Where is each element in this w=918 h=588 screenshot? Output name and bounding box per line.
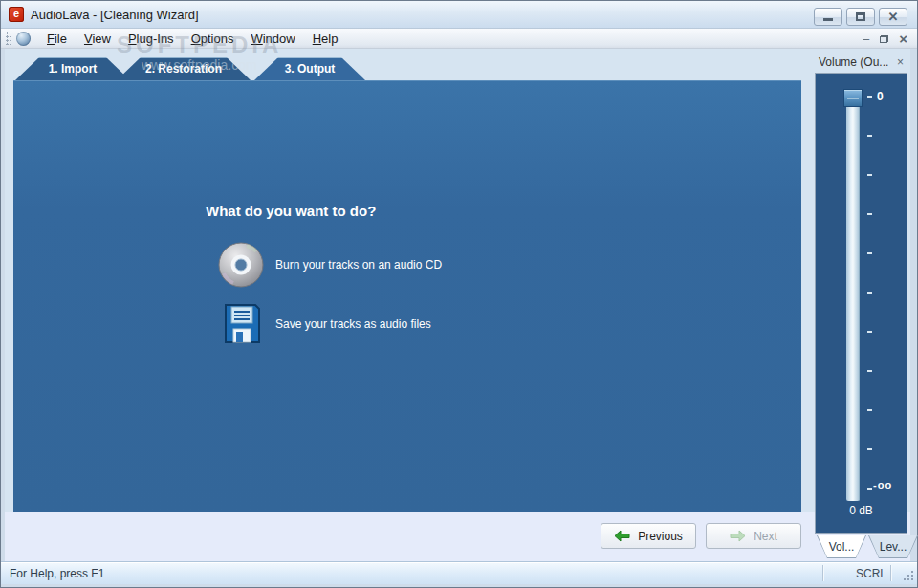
wizard-panel: What do you want to do? [13, 80, 801, 512]
maximize-icon [856, 12, 865, 21]
volume-panel-title-bar: Volume (Ou... × [815, 52, 907, 73]
volume-panel-close-button[interactable]: × [897, 55, 904, 69]
option-save-files[interactable]: Save your tracks as audio files [224, 303, 431, 344]
option-burn-cd-label: Burn your tracks on an audio CD [275, 258, 442, 272]
menu-item-options[interactable]: Options [183, 30, 243, 48]
option-save-files-label: Save your tracks as audio files [275, 317, 431, 331]
minimize-button[interactable] [814, 8, 842, 26]
close-icon: ✕ [888, 11, 899, 23]
previous-button-label: Previous [638, 530, 683, 543]
scroll-lock-indicator: SCRL [856, 567, 886, 580]
arrow-left-icon [614, 530, 630, 542]
menu-item-file[interactable]: File [38, 30, 76, 48]
wizard-heading: What do you want to do? [206, 203, 376, 219]
next-button[interactable]: Next [706, 523, 801, 549]
tab-output-label: 3. Output [285, 62, 336, 76]
tab-import[interactable]: 1. Import [15, 57, 130, 80]
minimize-icon [823, 18, 833, 21]
mdi-close-button[interactable]: × [899, 32, 907, 46]
menu-item-view[interactable]: View [76, 30, 120, 48]
next-button-label: Next [754, 530, 777, 543]
restore-icon [880, 35, 888, 43]
wizard-document-icon [16, 32, 31, 46]
volume-panel-title: Volume (Ou... [819, 55, 888, 69]
menu-item-help[interactable]: Help [304, 30, 347, 48]
close-button[interactable]: ✕ [879, 8, 907, 26]
tab-lev-label: Lev... [880, 540, 907, 554]
mdi-restore-button[interactable] [880, 35, 888, 43]
tab-restoration-label: 2. Restoration [145, 62, 222, 76]
menu-bar: File View Plug-Ins Options Window Help –… [1, 29, 917, 49]
tab-restoration[interactable]: 2. Restoration [117, 57, 251, 80]
resize-grip[interactable] [901, 568, 913, 580]
status-help-text: For Help, press F1 [10, 567, 104, 580]
client-area: 1. Import 2. Restoration 3. Output What … [5, 49, 910, 561]
app-icon: e [9, 7, 24, 22]
volume-slider-track[interactable] [846, 92, 860, 501]
status-separator [890, 565, 891, 581]
menu-item-plug-ins[interactable]: Plug-Ins [120, 30, 183, 48]
arrow-right-icon [730, 530, 746, 542]
tab-vol-label: Vol... [829, 540, 855, 554]
cd-icon [218, 242, 264, 288]
app-window: e AudioLava - [Cleaning Wizard] ✕ File V… [0, 0, 918, 588]
mdi-minimize-button[interactable]: – [863, 33, 870, 45]
status-separator [822, 565, 823, 581]
floppy-icon [224, 303, 260, 344]
previous-button[interactable]: Previous [601, 523, 696, 549]
volume-zero-label: 0 [877, 90, 884, 103]
volume-db-label: 0 dB [816, 504, 907, 517]
status-bar: For Help, press F1 SCRL [1, 561, 917, 584]
option-burn-cd[interactable]: Burn your tracks on an audio CD [218, 242, 442, 288]
menu-item-window[interactable]: Window [242, 30, 303, 48]
maximize-button[interactable] [846, 8, 875, 26]
volume-ticks [867, 74, 877, 534]
tab-import-label: 1. Import [49, 62, 98, 76]
volume-neginf-label: -oo [873, 479, 892, 490]
button-strip: Previous Next [5, 512, 910, 561]
volume-slider-thumb[interactable] [843, 89, 863, 107]
tab-output[interactable]: 3. Output [254, 57, 365, 80]
window-title: AudioLava - [Cleaning Wizard] [31, 8, 199, 22]
volume-panel: 0 -oo 0 dB [815, 73, 907, 534]
toolbar-grip[interactable] [6, 32, 11, 45]
title-bar: e AudioLava - [Cleaning Wizard] ✕ [1, 1, 917, 29]
